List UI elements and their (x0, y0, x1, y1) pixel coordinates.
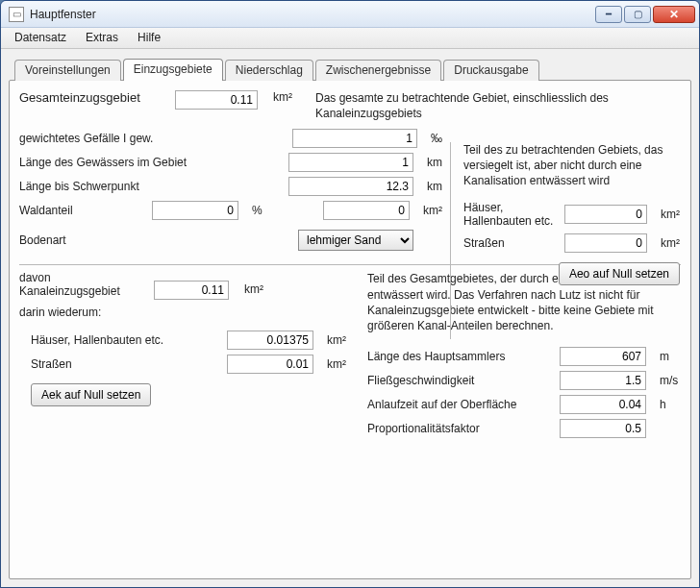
tab-niederschlag[interactable]: Niederschlag (225, 60, 313, 81)
vertical-separator (450, 142, 451, 339)
bodenart-select[interactable]: lehmiger Sand (298, 230, 413, 251)
tab-strip: Voreinstellungen Einzugsgebiete Niedersc… (14, 59, 691, 80)
kanal-label-2: Kanaleinzugsgebiet (19, 284, 144, 298)
kanal-unit: km² (244, 271, 263, 296)
tab-voreinstellungen[interactable]: Voreinstellungen (14, 60, 121, 81)
tab-zwischenergebnisse[interactable]: Zwischenergebnisse (315, 60, 441, 81)
waldanteil-pct-unit: % (252, 204, 262, 217)
menu-datensatz[interactable]: Datensatz (5, 28, 76, 48)
laenge-schwerpunkt-unit: km (427, 180, 442, 193)
fg-label: Fließgeschwindigkeit (367, 374, 552, 387)
maximize-icon: ▢ (634, 9, 642, 19)
gesamt-label: Gesamteinzugsgebiet (19, 90, 165, 105)
waldanteil-pct-input[interactable] (152, 201, 238, 220)
gesamt-input[interactable] (175, 90, 258, 110)
gesamt-desc: Das gesamte zu betrachtende Gebiet, eins… (315, 90, 681, 121)
aek-null-button[interactable]: Aek auf Null setzen (31, 383, 151, 406)
client-area: Voreinstellungen Einzugsgebiete Niedersc… (1, 49, 699, 587)
menubar: Datensatz Extras Hilfe (1, 28, 699, 49)
gefaelle-unit: ‰ (431, 132, 442, 145)
strassen-input[interactable] (564, 233, 647, 253)
hs-input[interactable] (560, 347, 646, 366)
hs-label: Länge des Hauptsammlers (367, 350, 552, 363)
minimize-button[interactable]: ━ (595, 6, 622, 23)
kanal-input[interactable] (154, 281, 229, 300)
kanal-haeuser-unit: km² (327, 333, 346, 347)
al-unit: h (660, 398, 681, 411)
strassen-unit: km² (661, 236, 680, 250)
main-window: ▭ Hauptfenster ━ ▢ ✕ Datensatz Extras Hi… (0, 0, 700, 588)
tab-einzugsgebiete[interactable]: Einzugsgebiete (123, 59, 223, 81)
laenge-schwerpunkt-label: Länge bis Schwerpunkt (19, 180, 281, 193)
minimize-icon: ━ (606, 9, 612, 19)
menu-extras[interactable]: Extras (76, 28, 128, 48)
al-label: Anlaufzeit auf der Oberfläche (367, 398, 552, 411)
close-button[interactable]: ✕ (653, 6, 695, 23)
laenge-gewaesser-unit: km (427, 156, 442, 169)
waldanteil-km-unit: km² (423, 204, 442, 217)
close-icon: ✕ (669, 8, 679, 21)
kanal-haeuser-label: Häuser, Hallenbauten etc. (31, 333, 219, 347)
gefaelle-input[interactable] (292, 129, 417, 148)
fg-input[interactable] (560, 371, 646, 390)
kanal-strassen-unit: km² (327, 357, 346, 371)
haeuser-input[interactable] (564, 205, 647, 224)
haeuser-label: Häuser, Hallenbauten etc. (463, 201, 557, 228)
laenge-gewaesser-label: Länge des Gewässers im Gebiet (19, 156, 281, 169)
maximize-button[interactable]: ▢ (624, 6, 651, 23)
pf-input[interactable] (560, 419, 646, 438)
haeuser-unit: km² (661, 208, 680, 221)
menu-hilfe[interactable]: Hilfe (128, 28, 170, 48)
gefaelle-label: gewichtetes Gefälle I gew. (19, 132, 285, 145)
window-title: Hauptfenster (30, 8, 595, 21)
gesamt-unit: km² (273, 90, 292, 104)
al-input[interactable] (560, 395, 646, 414)
tab-panel-einzugsgebiete: Gesamteinzugsgebiet km² Das gesamte zu b… (9, 80, 691, 579)
hs-unit: m (660, 350, 681, 363)
kanal-strassen-input[interactable] (227, 355, 313, 374)
bodenart-label: Bodenart (19, 233, 290, 247)
tab-druckausgabe[interactable]: Druckausgabe (443, 60, 538, 81)
laenge-gewaesser-input[interactable] (288, 153, 413, 172)
waldanteil-label: Waldanteil (19, 204, 144, 217)
titlebar[interactable]: ▭ Hauptfenster ━ ▢ ✕ (1, 1, 699, 28)
kanal-strassen-label: Straßen (31, 357, 219, 371)
fg-unit: m/s (660, 374, 681, 387)
laenge-schwerpunkt-input[interactable] (288, 177, 413, 196)
waldanteil-km-input[interactable] (323, 201, 410, 220)
right-desc: Teil des zu betrachtenden Gebiets, das v… (463, 142, 680, 189)
app-icon: ▭ (9, 7, 24, 22)
pf-label: Proportionalitätsfaktor (367, 422, 552, 435)
aeo-null-button[interactable]: Aeo auf Null setzen (559, 262, 680, 285)
kanal-haeuser-input[interactable] (227, 331, 313, 350)
strassen-label: Straßen (463, 236, 557, 250)
kanal-label-1: davon (19, 271, 144, 284)
darin-label: darin wiederum: (19, 306, 346, 319)
